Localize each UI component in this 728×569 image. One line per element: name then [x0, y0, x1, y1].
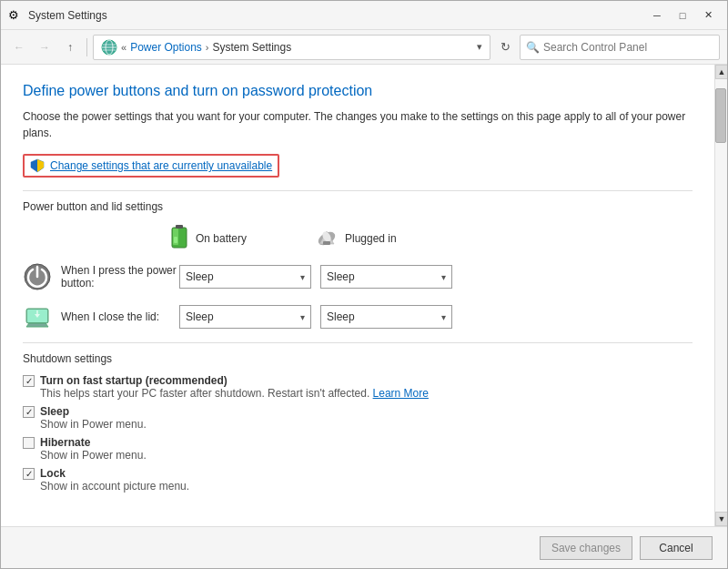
- breadcrumb-power-options[interactable]: Power Options: [130, 41, 202, 54]
- power-button-label: When I press the power button:: [61, 264, 179, 290]
- window-title: System Settings: [28, 9, 645, 22]
- breadcrumb-current: System Settings: [213, 41, 292, 54]
- nav-bar: ← → ↑ « Power Options › System Settings …: [1, 30, 727, 65]
- fast-startup-label: Turn on fast startup (recommended): [40, 374, 429, 387]
- sleep-checkbox[interactable]: [23, 406, 35, 418]
- fast-startup-sublabel: This helps start your PC faster after sh…: [40, 387, 429, 400]
- shutdown-section: Shutdown settings Turn on fast startup (…: [23, 342, 693, 493]
- dropdown-arrow: ▾: [441, 272, 446, 282]
- scroll-down-button[interactable]: ▼: [715, 512, 727, 526]
- power-button-section-label: Power button and lid settings: [23, 200, 693, 213]
- hibernate-label: Hibernate: [40, 436, 147, 449]
- window-controls: ─ □ ✕: [645, 5, 720, 25]
- cancel-button[interactable]: Cancel: [640, 536, 713, 560]
- svg-rect-13: [323, 241, 330, 245]
- lid-label: When I close the lid:: [61, 310, 179, 323]
- hibernate-checkbox[interactable]: [23, 437, 35, 449]
- lock-label: Lock: [40, 467, 189, 480]
- breadcrumb-bar: « Power Options › System Settings ▾: [93, 35, 490, 60]
- shield-uac-icon: [30, 158, 45, 173]
- back-button[interactable]: ←: [8, 36, 30, 58]
- dropdown-arrow: ▾: [300, 312, 305, 322]
- lid-plugged-dropdown[interactable]: Sleep ▾: [320, 305, 452, 329]
- scroll-thumb[interactable]: [715, 88, 726, 143]
- minimize-button[interactable]: ─: [645, 5, 669, 25]
- sleep-content: Sleep Show in Power menu.: [40, 405, 147, 431]
- svg-marker-6: [37, 159, 44, 172]
- change-settings-container: Change settings that are currently unava…: [23, 154, 693, 178]
- lid-battery-dropdown[interactable]: Sleep ▾: [179, 305, 311, 329]
- globe-icon: [101, 39, 117, 56]
- hibernate-content: Hibernate Show in Power menu.: [40, 436, 147, 462]
- search-input[interactable]: [543, 41, 713, 54]
- section-divider-1: [23, 190, 693, 191]
- power-icon: [24, 263, 51, 290]
- lock-checkbox[interactable]: [23, 468, 35, 480]
- sleep-label: Sleep: [40, 405, 147, 418]
- breadcrumb-dropdown-arrow[interactable]: ▾: [477, 41, 482, 53]
- breadcrumb-sep2: ›: [206, 42, 209, 53]
- shutdown-divider: [23, 342, 693, 343]
- battery-column-header: On battery: [168, 224, 314, 253]
- nav-separator: [86, 38, 87, 56]
- dropdown-arrow: ▾: [441, 312, 446, 322]
- power-battery-dropdown-0[interactable]: Sleep ▾: [179, 265, 311, 289]
- hibernate-sublabel: Show in Power menu.: [40, 449, 147, 462]
- fast-startup-row: Turn on fast startup (recommended) This …: [23, 374, 693, 400]
- power-grid-header: On battery Plugged in: [168, 224, 693, 253]
- svg-rect-8: [176, 225, 183, 229]
- shutdown-title: Shutdown settings: [23, 352, 693, 365]
- lid-icon: [23, 302, 52, 331]
- scroll-track[interactable]: [715, 79, 727, 512]
- search-bar[interactable]: 🔍: [520, 35, 720, 60]
- lid-icon: [24, 303, 51, 330]
- svg-rect-10: [174, 237, 177, 243]
- hibernate-row: Hibernate Show in Power menu.: [23, 436, 693, 462]
- page-description: Choose the power settings that you want …: [23, 108, 693, 141]
- main-content: Define power buttons and turn on passwor…: [1, 65, 714, 526]
- scrollbar[interactable]: ▲ ▼: [714, 65, 727, 526]
- lock-content: Lock Show in account picture menu.: [40, 467, 189, 493]
- power-button-icon: [23, 262, 52, 291]
- scroll-up-button[interactable]: ▲: [715, 65, 727, 79]
- lock-row: Lock Show in account picture menu.: [23, 467, 693, 493]
- refresh-button[interactable]: ↻: [494, 36, 516, 58]
- main-window: ⚙ System Settings ─ □ ✕ ← → ↑ «: [0, 0, 728, 569]
- save-changes-button[interactable]: Save changes: [540, 536, 632, 560]
- plugged-column-header: Plugged in: [314, 228, 460, 249]
- sleep-row: Sleep Show in Power menu.: [23, 405, 693, 431]
- search-icon: 🔍: [526, 41, 540, 54]
- page-title: Define power buttons and turn on passwor…: [23, 83, 693, 99]
- breadcrumb-sep1: «: [121, 42, 126, 53]
- footer: Save changes Cancel: [1, 526, 727, 568]
- content-area: Define power buttons and turn on passwor…: [1, 65, 727, 526]
- sleep-sublabel: Show in Power menu.: [40, 418, 147, 431]
- title-bar: ⚙ System Settings ─ □ ✕: [1, 1, 727, 30]
- change-settings-link[interactable]: Change settings that are currently unava…: [23, 154, 279, 178]
- forward-button[interactable]: →: [34, 36, 56, 58]
- close-button[interactable]: ✕: [696, 5, 720, 25]
- power-plugged-dropdown-0[interactable]: Sleep ▾: [320, 265, 452, 289]
- lock-sublabel: Show in account picture menu.: [40, 480, 189, 493]
- power-button-row: When I press the power button: Sleep ▾ S…: [23, 262, 693, 291]
- learn-more-link[interactable]: Learn More: [373, 387, 429, 400]
- lid-row: When I close the lid: Sleep ▾ Sleep ▾: [23, 302, 693, 331]
- fast-startup-checkbox[interactable]: [23, 375, 35, 387]
- plugged-icon: [314, 228, 339, 249]
- up-button[interactable]: ↑: [59, 36, 81, 58]
- fast-startup-content: Turn on fast startup (recommended) This …: [40, 374, 429, 400]
- battery-icon: [168, 224, 190, 253]
- window-icon: ⚙: [8, 8, 23, 23]
- maximize-button[interactable]: □: [671, 5, 694, 25]
- breadcrumb-icon: [101, 39, 117, 56]
- dropdown-arrow: ▾: [300, 272, 305, 282]
